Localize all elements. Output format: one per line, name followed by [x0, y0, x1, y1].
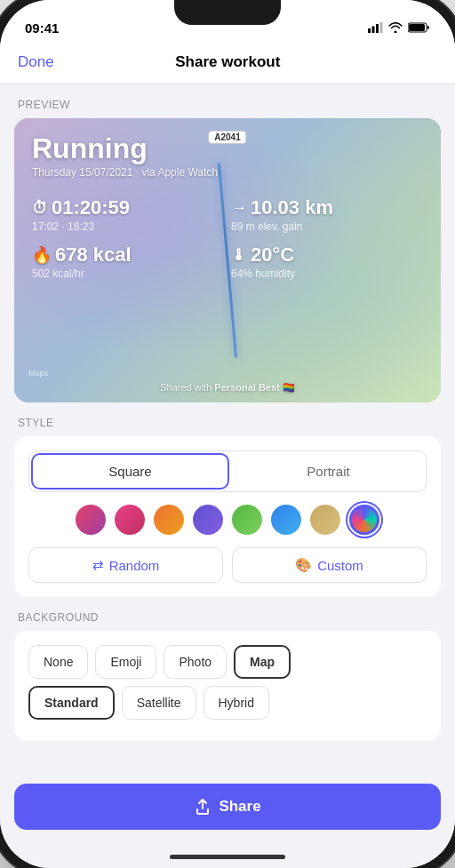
status-icons [368, 22, 430, 33]
clock-icon: ⏱ [32, 199, 48, 218]
random-icon: ⇄ [92, 557, 104, 573]
color-swatch-2[interactable] [115, 505, 145, 535]
custom-button[interactable]: 🎨 Custom [232, 547, 427, 583]
style-actions: ⇄ Random 🎨 Custom [28, 547, 427, 583]
svg-rect-3 [380, 22, 383, 33]
bg-standard-button[interactable]: Standard [28, 686, 115, 720]
color-swatch-1[interactable] [76, 505, 106, 535]
scroll-area[interactable]: PREVIEW A2041 Running Thursday 15/07/202… [0, 84, 455, 773]
palette-icon: 🎨 [295, 557, 312, 573]
temp-icon: 🌡 [231, 246, 247, 265]
signal-icon [368, 22, 383, 33]
preview-content: Running Thursday 15/07/2021 · via Apple … [14, 118, 441, 402]
distance-icon: → [231, 199, 247, 218]
status-time: 09:41 [25, 20, 59, 36]
color-swatch-3[interactable] [154, 505, 184, 535]
status-bar: 09:41 [0, 0, 455, 44]
home-indicator [0, 848, 455, 868]
preview-stats: ⏱ 01:20:59 17:02 · 18:23 → 10.03 km 89 m… [32, 196, 423, 280]
preview-footer: Shared with Personal Best 🏳️‍🌈 [14, 382, 441, 394]
color-swatch-7[interactable] [310, 505, 340, 535]
portrait-toggle[interactable]: Portrait [231, 451, 426, 491]
preview-section-label: PREVIEW [0, 84, 455, 118]
home-bar [170, 855, 285, 859]
wifi-icon [388, 22, 403, 33]
color-swatch-4[interactable] [193, 505, 223, 535]
activity-date: Thursday 15/07/2021 · via Apple Watch [32, 166, 423, 179]
fire-icon: 🔥 [32, 245, 52, 265]
share-button[interactable]: Share [14, 784, 441, 830]
stat-distance: → 10.03 km 89 m elev. gain [231, 196, 423, 233]
stat-duration: ⏱ 01:20:59 17:02 · 18:23 [32, 196, 224, 233]
style-section-label: STYLE [0, 402, 455, 436]
random-button[interactable]: ⇄ Random [28, 547, 223, 583]
activity-type: Running [32, 134, 423, 163]
stat-temperature: 🌡 20°C 64% humidity [231, 243, 423, 280]
nav-bar: Done Share workout [0, 44, 455, 84]
maps-logo: Maps [28, 369, 48, 378]
bg-map-button[interactable]: Map [234, 645, 291, 679]
page-title: Share workout [175, 53, 280, 71]
square-toggle[interactable]: Square [31, 453, 229, 490]
color-swatch-custom[interactable] [349, 505, 379, 535]
background-card: None Emoji Photo Map Standard Satellite … [14, 631, 441, 741]
style-card: Square Portrait ⇄ Random 🎨 [14, 436, 441, 597]
background-row-1: None Emoji Photo Map [28, 645, 427, 679]
stat-calories: 🔥 678 kcal 502 kcal/hr [32, 243, 224, 280]
share-bar: Share [0, 773, 455, 848]
bg-hybrid-button[interactable]: Hybrid [204, 686, 269, 720]
color-swatch-5[interactable] [232, 505, 262, 535]
bg-none-button[interactable]: None [28, 645, 88, 679]
color-swatch-6[interactable] [271, 505, 301, 535]
color-swatches [28, 505, 427, 535]
background-section-label: BACKGROUND [0, 597, 455, 631]
svg-rect-2 [376, 24, 379, 33]
done-button[interactable]: Done [18, 53, 54, 71]
preview-card: A2041 Running Thursday 15/07/2021 · via … [14, 118, 441, 402]
svg-rect-0 [368, 28, 371, 33]
share-icon [194, 798, 212, 816]
bg-photo-button[interactable]: Photo [164, 645, 227, 679]
background-row-2: Standard Satellite Hybrid [28, 686, 427, 720]
phone-shell: 09:41 Done Share wo [0, 0, 455, 868]
svg-rect-5 [409, 24, 425, 31]
style-toggle: Square Portrait [28, 450, 427, 492]
svg-rect-1 [372, 27, 375, 34]
battery-icon [408, 22, 430, 33]
bg-satellite-button[interactable]: Satellite [122, 686, 196, 720]
bg-emoji-button[interactable]: Emoji [95, 645, 156, 679]
